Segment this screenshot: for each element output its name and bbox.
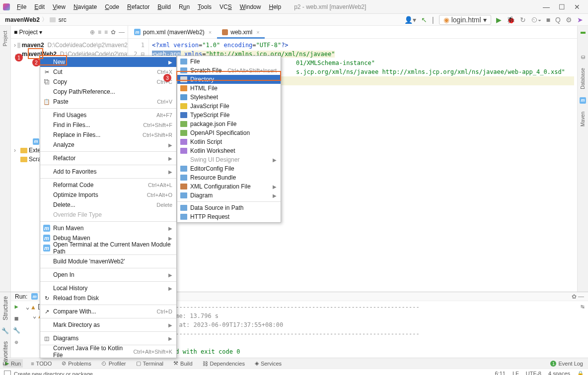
tool-tab-event-log[interactable]: 1Event Log: [548, 360, 585, 368]
submenu-item[interactable]: JavaScript File: [177, 102, 281, 111]
menu-tools[interactable]: Tools: [194, 2, 216, 12]
database-tab-label[interactable]: Database: [580, 66, 586, 91]
menu-help[interactable]: Help: [265, 2, 285, 12]
context-menu-item[interactable]: Override File Type: [40, 210, 176, 220]
gear-icon[interactable]: ✿: [111, 29, 116, 36]
context-menu-item[interactable]: Mark Directory as▶: [40, 320, 176, 330]
breadcrumb-root[interactable]: mavenWeb2: [5, 16, 40, 23]
tab-pom[interactable]: mpom.xml (mavenWeb2)×: [129, 26, 217, 38]
tool-tab-terminal[interactable]: ▢Terminal: [134, 359, 166, 368]
stop-button[interactable]: ■: [14, 315, 18, 322]
context-menu-item[interactable]: Add to Favorites▶: [40, 167, 176, 177]
submenu-item[interactable]: Diagram▶: [177, 191, 281, 200]
tool-tab-profiler[interactable]: ⏲Profiler: [99, 360, 128, 368]
lock-icon[interactable]: 🔒: [577, 371, 584, 375]
structure-tab[interactable]: Structure: [2, 294, 9, 322]
submenu-item[interactable]: package.json File: [177, 120, 281, 128]
tool-tab-problems[interactable]: ⊘Problems: [60, 359, 93, 368]
filter-icon[interactable]: ⊚: [14, 339, 18, 346]
context-menu-item[interactable]: ↻Reload from Disk: [40, 293, 176, 303]
purple-arrow-icon[interactable]: ➤: [577, 16, 583, 24]
expand-icon[interactable]: ≡: [98, 29, 101, 36]
context-menu-item[interactable]: Open In▶: [40, 270, 176, 280]
close-button[interactable]: ✕: [574, 3, 580, 11]
tool-tab-todo[interactable]: ≡TODO: [29, 360, 54, 368]
wrench-icon[interactable]: 🔧: [13, 327, 20, 334]
menu-refactor[interactable]: Refactor: [123, 2, 153, 12]
collapse-icon[interactable]: ≡: [104, 29, 108, 36]
target-icon[interactable]: ⊕: [90, 29, 95, 36]
tab-web-xml[interactable]: web.xml×: [217, 26, 265, 38]
submenu-item[interactable]: TypeScript File: [177, 111, 281, 120]
context-menu-item[interactable]: ✂CutCtrl+X: [40, 67, 176, 77]
menu-run[interactable]: Run: [175, 2, 194, 12]
submenu-item[interactable]: Stylesheet: [177, 93, 281, 102]
menu-file[interactable]: File: [13, 2, 30, 12]
context-menu[interactable]: New▶✂CutCtrl+X⿻CopyCtrl+CCopy Path/Refer…: [40, 56, 177, 358]
submenu-item[interactable]: XML Configuration File▶: [177, 182, 281, 191]
user-icon[interactable]: 👤▾: [404, 16, 416, 24]
coverage-button[interactable]: ↻: [520, 16, 526, 24]
soft-wrap-icon[interactable]: ↹: [581, 303, 584, 310]
inspection-marker[interactable]: [581, 32, 586, 34]
favorites-tab[interactable]: Favorites: [2, 339, 9, 368]
minimize-button[interactable]: —: [543, 3, 550, 11]
context-menu-item[interactable]: Find in Files...Ctrl+Shift+F: [40, 120, 176, 130]
tool-tab-build[interactable]: ⚒Build: [171, 359, 194, 368]
maven-tool-icon[interactable]: m: [580, 97, 586, 104]
submenu-item[interactable]: HTML File: [177, 84, 281, 93]
new-submenu[interactable]: FileScratch FileCtrl+Alt+Shift+InsertDir…: [177, 56, 281, 223]
menu-edit[interactable]: Edit: [30, 2, 49, 12]
submenu-item[interactable]: Scratch FileCtrl+Alt+Shift+Insert: [177, 66, 281, 75]
status-frame-icon[interactable]: [4, 371, 11, 375]
run-config-selector[interactable]: ◉ login.html ▾: [439, 15, 491, 25]
hide-icon[interactable]: —: [119, 29, 125, 36]
context-menu-item[interactable]: Replace in Files...Ctrl+Shift+R: [40, 130, 176, 140]
submenu-item[interactable]: Directory: [177, 75, 281, 84]
context-menu-item[interactable]: Reformat CodeCtrl+Alt+L: [40, 180, 176, 190]
debug-button[interactable]: 🐞: [507, 16, 515, 24]
menu-code[interactable]: Code: [101, 2, 123, 12]
menu-vcs[interactable]: VCS: [216, 2, 236, 12]
context-menu-item[interactable]: ◫Diagrams▶: [40, 333, 176, 343]
close-tab-icon[interactable]: ×: [209, 29, 212, 35]
context-menu-item[interactable]: New▶: [40, 57, 176, 67]
submenu-item[interactable]: Swing UI Designer▶: [177, 155, 281, 164]
context-menu-item[interactable]: 📋PasteCtrl+V: [40, 97, 176, 107]
run-settings-icon[interactable]: ✿ —: [572, 293, 584, 300]
breadcrumb-src[interactable]: src: [59, 16, 67, 23]
submenu-item[interactable]: HTTP Request: [177, 212, 281, 221]
context-menu-item[interactable]: Build Module 'mavenWeb2': [40, 256, 176, 266]
run-button[interactable]: ▶: [496, 16, 502, 24]
search-button[interactable]: Q: [555, 16, 561, 24]
menu-window[interactable]: Window: [236, 2, 265, 12]
context-menu-item[interactable]: ↗Compare With...Ctrl+D: [40, 307, 176, 316]
context-menu-item[interactable]: ⿻CopyCtrl+C: [40, 77, 176, 87]
context-menu-item[interactable]: Delete...Delete: [40, 200, 176, 210]
context-menu-item[interactable]: mRun Maven▶: [40, 223, 176, 233]
context-menu-item[interactable]: Refactor▶: [40, 153, 176, 163]
maven-tab-label[interactable]: Maven: [580, 110, 586, 128]
submenu-item[interactable]: Kotlin Script: [177, 137, 281, 146]
menu-view[interactable]: View: [49, 2, 70, 12]
submenu-item[interactable]: Data Source in Path: [177, 203, 281, 212]
context-menu-item[interactable]: Copy Path/Reference...: [40, 87, 176, 97]
rerun-button[interactable]: ▶: [14, 303, 18, 310]
context-menu-item[interactable]: Optimize ImportsCtrl+Alt+O: [40, 190, 176, 200]
submenu-item[interactable]: Resource Bundle: [177, 173, 281, 182]
status-line-sep[interactable]: LF: [513, 371, 519, 375]
context-menu-item[interactable]: Analyze▶: [40, 140, 176, 150]
menu-navigate[interactable]: Navigate: [70, 2, 101, 12]
submenu-item[interactable]: File: [177, 57, 281, 66]
status-position[interactable]: 6:11: [495, 371, 506, 375]
submenu-item[interactable]: Kotlin Worksheet: [177, 146, 281, 155]
tool-tab-deps[interactable]: ⛓Dependencies: [201, 360, 247, 368]
profile-button[interactable]: ⏲▾: [531, 16, 541, 24]
hammer-icon[interactable]: ↖: [421, 16, 427, 24]
database-tool-tab[interactable]: ⛁: [581, 55, 585, 60]
tool-tab-services[interactable]: ◈Services: [253, 359, 284, 368]
project-tool-tab[interactable]: Project: [2, 29, 8, 48]
context-menu-item[interactable]: Convert Java File to Kotlin FileCtrl+Alt…: [40, 347, 176, 357]
menu-build[interactable]: Build: [153, 2, 175, 12]
tree-node-maven2[interactable]: › maven2 D:\Code\ideaCode\p2\maven2: [11, 41, 128, 50]
